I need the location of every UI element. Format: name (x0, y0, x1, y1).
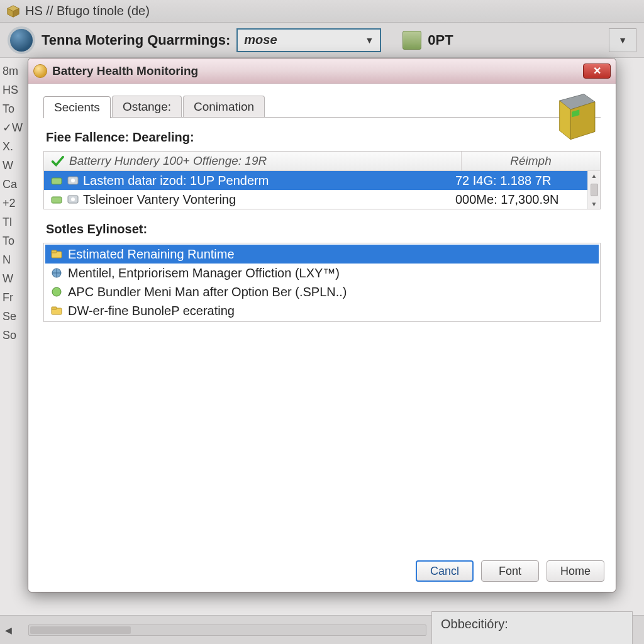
dialog-icon (33, 64, 47, 78)
opt-label: 0PT (428, 32, 453, 48)
close-button[interactable]: ✕ (583, 64, 611, 79)
battery-health-dialog: Battery Health Monitoring ✕ Secients Ost… (28, 58, 616, 592)
folder-icon (50, 304, 63, 317)
list-item[interactable]: DW-er-fine BunoleP ecerating (45, 301, 599, 320)
device-list-header: Batterry Hundery 100+ Offienge: 19R Réim… (44, 152, 600, 171)
row-right-text: 000Me: 17,300.9N (449, 192, 587, 207)
list-item-label: Mentilel, Entpriorisem Manager Offiction… (68, 266, 340, 280)
bg-right-strip (613, 59, 644, 615)
mode-select[interactable]: mose ▼ (236, 28, 381, 52)
options-list: Estimated Renaining Runtime Mentilel, En… (43, 243, 601, 322)
header-main-text: Batterry Hundery 100+ Offienge: 19R (69, 154, 267, 168)
row-right-text: 72 I4G: 1.188 7R (449, 174, 587, 188)
device-icon (50, 193, 63, 206)
green-icon (50, 286, 63, 298)
opt-icon (402, 31, 421, 50)
header-right[interactable]: Réimph (462, 152, 600, 170)
list-item-label: APC Bundler Meni Man after Option Ber (.… (68, 285, 347, 299)
dialog-body: Secients Ostange: Conimation Fiee Fallen… (28, 84, 616, 553)
dialog-titlebar[interactable]: Battery Health Monitoring ✕ (28, 58, 616, 84)
row-main-text: Tsleinoer Vantery Vontering (83, 192, 236, 207)
dialog-title: Battery Health Monitoring (52, 64, 578, 78)
drive-icon (67, 193, 79, 206)
app-icon (6, 4, 20, 18)
battery-icon (544, 87, 599, 142)
table-row[interactable]: Tsleinoer Vantery Vontering 000Me: 17,30… (44, 190, 587, 209)
svg-rect-10 (52, 197, 62, 203)
checkmark-icon (50, 154, 64, 168)
bg-statusbar: ◀ Obbecitióry: (0, 615, 644, 644)
object-box: Obbecitióry: (431, 611, 633, 645)
toolbar-dropdown[interactable]: ▼ (609, 28, 636, 52)
device-list: Batterry Hundery 100+ Offienge: 19R Réim… (43, 151, 601, 209)
header-main[interactable]: Batterry Hundery 100+ Offienge: 19R (44, 152, 462, 170)
folder-icon (50, 248, 63, 260)
globe-icon (50, 267, 63, 279)
horizontal-scrollbar[interactable] (28, 625, 426, 636)
app-toolbar: Tenna Motering Quarrmings: mose ▼ 0PT ▼ (0, 23, 644, 58)
tab-secients[interactable]: Secients (43, 96, 111, 118)
svg-rect-18 (52, 307, 57, 309)
tab-ostange[interactable]: Ostange: (112, 96, 182, 118)
chevron-down-icon: ▼ (618, 35, 627, 45)
toolbar-label: Tenna Motering Quarrmings: (42, 32, 230, 48)
dialog-footer: Cancl Font Home (28, 553, 616, 592)
list-item[interactable]: Mentilel, Entpriorisem Manager Offiction… (45, 264, 599, 282)
svg-point-9 (71, 179, 75, 182)
tab-strip: Secients Ostange: Conimation (43, 95, 601, 118)
list-item-label: Estimated Renaining Runtime (68, 247, 235, 262)
home-button[interactable]: Home (547, 560, 604, 582)
font-button[interactable]: Font (481, 560, 539, 582)
globe-icon (8, 26, 35, 54)
device-icon (50, 174, 63, 187)
list-item-label: DW-er-fine BunoleP ecerating (68, 304, 235, 318)
svg-rect-7 (52, 178, 62, 184)
section1-label: Fiee Fallence: Deareling: (46, 130, 601, 145)
row-main-text: Lastem datar izod: 1UP Penderm (83, 174, 269, 188)
drive-icon (67, 174, 79, 187)
cancel-button[interactable]: Cancl (416, 560, 474, 582)
chevron-down-icon: ▼ (365, 35, 374, 45)
section2-label: Sotles Eylinoset: (46, 222, 601, 236)
svg-rect-14 (52, 250, 57, 253)
mode-select-value: mose (244, 33, 277, 47)
object-box-label: Obbecitióry: (441, 617, 508, 631)
list-item[interactable]: APC Bundler Meni Man after Option Ber (.… (45, 282, 599, 301)
table-row[interactable]: Lastem datar izod: 1UP Penderm 72 I4G: 1… (44, 171, 587, 190)
close-icon: ✕ (593, 65, 601, 77)
tab-conimation[interactable]: Conimation (183, 96, 265, 118)
svg-point-12 (71, 197, 75, 201)
svg-point-16 (52, 287, 61, 296)
app-titlebar: HS // Bfugo tínole (de) (0, 0, 644, 23)
app-title: HS // Bfugo tínole (de) (25, 4, 150, 18)
list-item[interactable]: Estimated Renaining Runtime (45, 245, 599, 264)
list-scrollbar[interactable]: ▲▼ (587, 171, 600, 209)
